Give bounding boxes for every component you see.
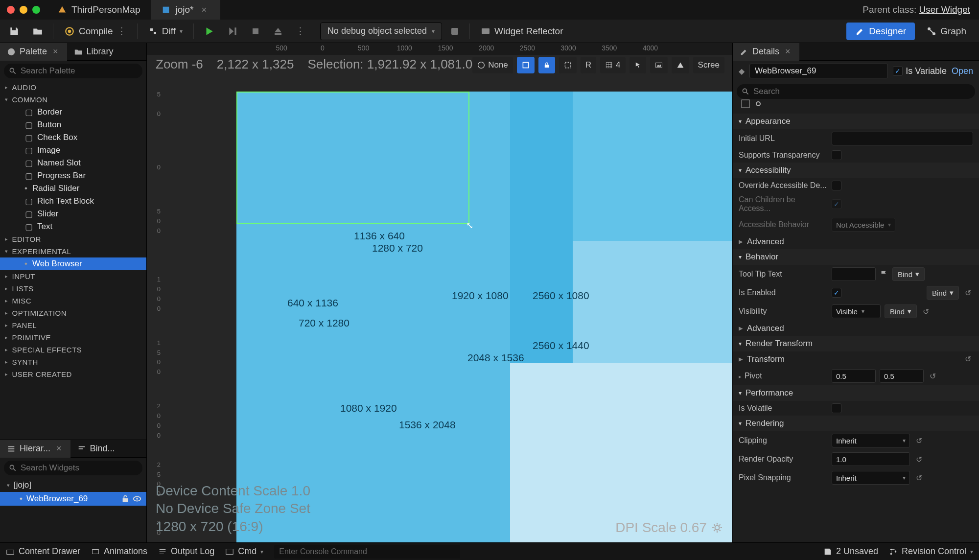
- step-button[interactable]: [222, 23, 243, 40]
- palette-category[interactable]: ▸PRIMITIVE: [0, 331, 146, 344]
- tooltip-text-field[interactable]: [832, 267, 876, 281]
- selection-frame[interactable]: [236, 92, 469, 224]
- gear-icon[interactable]: [753, 99, 763, 109]
- animations-button[interactable]: Animations: [91, 546, 147, 557]
- minimize-window-icon[interactable]: [20, 6, 27, 14]
- transform-expand[interactable]: ▸Transform↺: [733, 351, 979, 367]
- palette-tree[interactable]: ▸AUDIO▾COMMON▢Border▢Button▢Check Box▢Im…: [0, 81, 146, 440]
- save-button[interactable]: [4, 23, 24, 40]
- lock-toggle[interactable]: [538, 57, 555, 73]
- warning-toggle[interactable]: [672, 57, 689, 73]
- palette-item[interactable]: ▢Text: [0, 220, 146, 233]
- screen-size-button[interactable]: Scree: [693, 57, 724, 73]
- content-drawer-button[interactable]: Content Drawer: [6, 546, 80, 557]
- close-panel-icon[interactable]: ×: [783, 47, 793, 57]
- tab-thirdpersonmap[interactable]: ThirdPersonMap: [47, 0, 151, 20]
- compile-options-icon[interactable]: ⋮: [117, 25, 126, 37]
- palette-item[interactable]: ▢Named Slot: [0, 157, 146, 169]
- advanced-toggle[interactable]: ▸Advanced: [733, 321, 979, 336]
- palette-category[interactable]: ▸AUDIO: [0, 81, 146, 93]
- property-matrix-icon[interactable]: [741, 99, 750, 109]
- respect-locks-toggle[interactable]: R: [581, 57, 596, 73]
- reset-icon[interactable]: ↺: [921, 307, 931, 316]
- debug-object-selector[interactable]: No debug object selected ▾: [320, 23, 442, 40]
- tab-bind[interactable]: Bind...: [70, 440, 122, 458]
- reset-icon[interactable]: ↺: [963, 288, 973, 298]
- hierarchy-search-input[interactable]: [21, 463, 138, 473]
- outline-toggle[interactable]: [559, 57, 577, 73]
- pivot-x-field[interactable]: [832, 369, 876, 383]
- diff-button[interactable]: Diff ▾: [142, 23, 188, 40]
- play-button[interactable]: [199, 23, 219, 40]
- close-window-icon[interactable]: [7, 6, 15, 14]
- grid-snap[interactable]: 4: [600, 57, 625, 73]
- eye-icon[interactable]: [133, 494, 141, 503]
- tooltip-bind-button[interactable]: Bind▾: [892, 267, 925, 281]
- reset-icon[interactable]: ↺: [928, 372, 938, 381]
- designer-viewport[interactable]: 50005001000150020002500300035004000 Zoom…: [147, 43, 732, 542]
- flag-icon[interactable]: [880, 270, 888, 279]
- tab-jojo[interactable]: jojo* ×: [151, 0, 220, 20]
- hierarchy-item-webbrowser[interactable]: • WebBrowser_69: [0, 492, 146, 506]
- palette-item[interactable]: ▢Border: [0, 106, 146, 118]
- find-debug-button[interactable]: [445, 23, 465, 40]
- palette-item[interactable]: ▢Image: [0, 144, 146, 157]
- details-search-input[interactable]: [753, 87, 970, 96]
- unsaved-button[interactable]: 2 Unsaved: [823, 546, 878, 557]
- override-accessible-checkbox[interactable]: [832, 181, 841, 190]
- open-link[interactable]: Open: [952, 66, 973, 76]
- reset-icon[interactable]: ↺: [914, 473, 924, 483]
- palette-item[interactable]: ▢Rich Text Block: [0, 195, 146, 208]
- gear-icon[interactable]: [712, 522, 723, 533]
- reset-icon[interactable]: ↺: [914, 436, 924, 445]
- compile-button[interactable]: Compile ⋮: [58, 23, 132, 40]
- palette-item[interactable]: ▢Slider: [0, 208, 146, 220]
- close-tab-icon[interactable]: ×: [198, 5, 210, 15]
- visibility-combo[interactable]: Visible▾: [832, 304, 881, 318]
- layout-toggle[interactable]: [517, 57, 535, 73]
- palette-category[interactable]: ▸OPTIMIZATION: [0, 307, 146, 319]
- tab-library[interactable]: Library: [67, 43, 120, 61]
- visibility-bind-button[interactable]: Bind▾: [885, 304, 917, 318]
- cat-accessibility[interactable]: ▾Accessibility: [733, 163, 979, 178]
- graph-mode-button[interactable]: Graph: [918, 23, 975, 40]
- palette-category[interactable]: ▸EDITOR: [0, 233, 146, 245]
- cat-render-transform[interactable]: ▾Render Transform: [733, 336, 979, 351]
- maximize-window-icon[interactable]: [32, 6, 40, 14]
- cursor-toggle[interactable]: [629, 57, 646, 73]
- palette-item[interactable]: Radial Slider: [0, 182, 146, 195]
- palette-item[interactable]: ▢Check Box: [0, 131, 146, 144]
- is-variable-checkbox[interactable]: ✓Is Variable: [893, 66, 947, 76]
- widget-name-field[interactable]: [749, 64, 888, 78]
- cat-appearance[interactable]: ▾Appearance: [733, 114, 979, 129]
- palette-category[interactable]: ▸SPECIAL EFFECTS: [0, 344, 146, 356]
- enabled-bind-button[interactable]: Bind▾: [927, 286, 959, 300]
- palette-category[interactable]: ▸MISC: [0, 295, 146, 307]
- cat-performance[interactable]: ▾Performance: [733, 385, 979, 401]
- image-toggle[interactable]: [650, 57, 668, 73]
- widget-reflector-button[interactable]: Widget Reflector: [475, 23, 569, 40]
- palette-item[interactable]: ▢Progress Bar: [0, 169, 146, 182]
- transparency-checkbox[interactable]: [832, 150, 841, 160]
- initial-url-field[interactable]: [832, 132, 973, 145]
- palette-category[interactable]: ▸INPUT: [0, 270, 146, 282]
- palette-category[interactable]: ▸PANEL: [0, 319, 146, 331]
- render-opacity-field[interactable]: [832, 452, 910, 466]
- palette-item[interactable]: ▢Button: [0, 118, 146, 131]
- console-input[interactable]: Enter Console Command: [274, 545, 460, 559]
- reset-icon[interactable]: ↺: [914, 455, 924, 464]
- enabled-checkbox[interactable]: ✓: [832, 288, 841, 298]
- palette-search-input[interactable]: [21, 66, 138, 76]
- unlock-icon[interactable]: [121, 494, 130, 503]
- tab-details[interactable]: Details ×: [733, 43, 799, 61]
- cmd-selector[interactable]: Cmd▾: [225, 546, 263, 557]
- revision-control-button[interactable]: Revision Control▾: [889, 546, 973, 557]
- palette-category[interactable]: ▾COMMON: [0, 93, 146, 106]
- parent-class-link[interactable]: User Widget: [919, 4, 970, 15]
- palette-item[interactable]: Web Browser: [0, 257, 146, 270]
- expand-icon[interactable]: ▾: [7, 482, 10, 489]
- browse-button[interactable]: [27, 23, 48, 40]
- designer-mode-button[interactable]: Designer: [846, 23, 915, 40]
- pixel-snapping-combo[interactable]: Inherit▾: [832, 471, 910, 485]
- loc-button[interactable]: None: [472, 57, 513, 73]
